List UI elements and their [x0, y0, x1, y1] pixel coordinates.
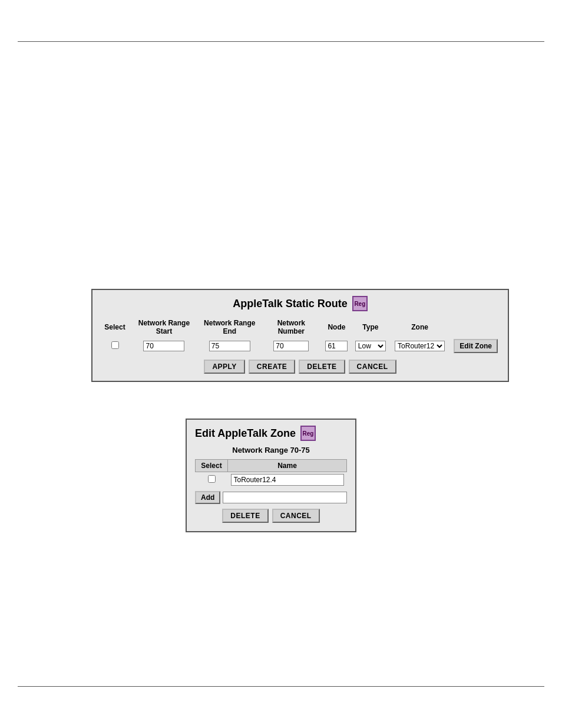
- net-range-end-input[interactable]: [209, 341, 250, 351]
- th-net-range-end: Network Range End: [198, 317, 262, 337]
- zone-table: Select Name: [195, 459, 347, 487]
- zone-cancel-button[interactable]: CANCEL: [272, 509, 320, 523]
- zone-row-checkbox[interactable]: [208, 475, 216, 483]
- row-checkbox[interactable]: [111, 341, 119, 349]
- edit-zone-button[interactable]: Edit Zone: [454, 339, 498, 353]
- th-net-number: Network Number: [262, 317, 321, 337]
- zone-action-buttons: DELETE CANCEL: [195, 509, 347, 523]
- row-net-start-cell: [130, 337, 198, 355]
- static-route-action-buttons: APPLY CREATE DELETE CANCEL: [100, 360, 501, 374]
- add-row: Add: [195, 491, 347, 504]
- row-zone-cell: ToRouter12.4: [389, 337, 451, 355]
- apply-button[interactable]: APPLY: [204, 360, 244, 374]
- static-route-help-icon[interactable]: Reg: [352, 296, 368, 311]
- th-type: Type: [352, 317, 389, 337]
- row-net-end-cell: [198, 337, 262, 355]
- th-zone: Zone: [389, 317, 451, 337]
- row-type-cell: Low High: [352, 337, 389, 355]
- static-route-table: Select Network Range Start Network Range…: [100, 317, 501, 355]
- net-number-input[interactable]: [273, 341, 309, 351]
- network-range-label: Network Range 70-75: [195, 446, 347, 454]
- cancel-button[interactable]: CANCEL: [349, 360, 396, 374]
- edit-zone-title-row: Edit AppleTalk Zone Reg: [195, 426, 347, 441]
- row-actions-cell: Edit Zone: [451, 337, 501, 355]
- th-select: Select: [100, 317, 130, 337]
- row-net-num-cell: [262, 337, 321, 355]
- th-node: Node: [321, 317, 352, 337]
- row-node-cell: [321, 337, 352, 355]
- zone-delete-button[interactable]: DELETE: [222, 509, 268, 523]
- table-row: Low High ToRouter12.4 Edit Zone: [100, 337, 501, 355]
- th-actions: [451, 317, 501, 337]
- static-route-title: AppleTalk Static Route: [233, 298, 348, 310]
- zone-select[interactable]: ToRouter12.4: [395, 341, 445, 351]
- node-input[interactable]: [325, 341, 348, 351]
- zone-table-header-row: Select Name: [196, 460, 347, 472]
- create-button[interactable]: CREATE: [249, 360, 295, 374]
- row-select-cell: [100, 337, 130, 355]
- add-button[interactable]: Add: [195, 491, 220, 504]
- edit-zone-title: Edit AppleTalk Zone: [195, 427, 296, 440]
- type-select[interactable]: Low High: [355, 341, 386, 351]
- table-header-row: Select Network Range Start Network Range…: [100, 317, 501, 337]
- zone-table-row: [196, 472, 347, 488]
- zone-row-select-cell: [196, 472, 228, 488]
- static-route-panel: AppleTalk Static Route Reg Select Networ…: [91, 289, 509, 382]
- zone-th-select: Select: [196, 460, 228, 472]
- th-net-range-start: Network Range Start: [130, 317, 198, 337]
- static-route-table-container: Select Network Range Start Network Range…: [100, 317, 501, 355]
- net-range-start-input[interactable]: [143, 341, 184, 351]
- edit-zone-panel: Edit AppleTalk Zone Reg Network Range 70…: [186, 419, 356, 532]
- zone-name-input[interactable]: [231, 474, 344, 486]
- top-rule: [18, 41, 544, 42]
- static-route-title-row: AppleTalk Static Route Reg: [100, 296, 501, 311]
- zone-th-name: Name: [228, 460, 347, 472]
- zone-row-name-cell: [228, 472, 347, 488]
- add-zone-input[interactable]: [223, 492, 347, 503]
- edit-zone-help-icon[interactable]: Reg: [300, 426, 316, 441]
- delete-button[interactable]: DELETE: [299, 360, 345, 374]
- bottom-rule: [18, 686, 544, 687]
